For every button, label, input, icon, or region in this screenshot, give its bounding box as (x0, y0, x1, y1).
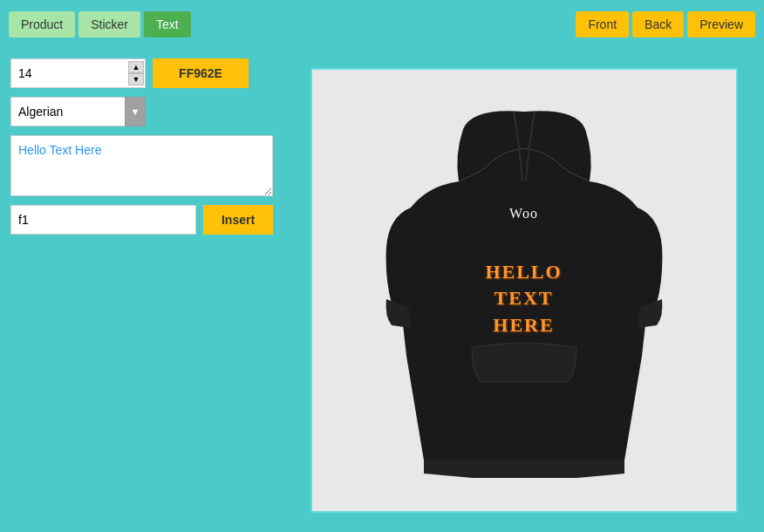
spinner-down-button[interactable]: ▼ (128, 73, 144, 85)
spinner-buttons: ▲ ▼ (128, 61, 144, 85)
top-nav: Product Sticker Text Front Back Preview (0, 0, 764, 48)
font-family-wrapper: Algerian Arial Times New Roman Georgia C… (10, 97, 146, 126)
tab-product[interactable]: Product (9, 11, 75, 38)
text-content-input[interactable] (10, 135, 273, 196)
spinner-up-button[interactable]: ▲ (128, 61, 144, 73)
font-size-wrapper: ▲ ▼ (10, 58, 146, 88)
woo-label: Woo (509, 206, 538, 222)
insert-text-input[interactable] (10, 205, 196, 235)
insert-row: Insert (10, 205, 273, 235)
hoodie-container: Woo HELLO TEXT HERE (312, 70, 736, 511)
product-canvas[interactable]: Woo HELLO TEXT HERE (310, 68, 738, 513)
font-family-select[interactable]: Algerian Arial Times New Roman Georgia C… (10, 97, 146, 126)
font-family-row: Algerian Arial Times New Roman Georgia C… (10, 97, 273, 126)
right-tabs-group: Front Back Preview (576, 11, 755, 38)
main-content: ▲ ▼ FF962E Algerian Arial Times New Roma… (0, 48, 764, 532)
left-panel: ▲ ▼ FF962E Algerian Arial Times New Roma… (0, 48, 283, 532)
tab-back[interactable]: Back (632, 11, 684, 38)
tab-sticker[interactable]: Sticker (78, 11, 140, 38)
right-panel: Woo HELLO TEXT HERE (283, 48, 764, 532)
tab-text[interactable]: Text (144, 11, 191, 38)
insert-button[interactable]: Insert (203, 205, 273, 235)
font-size-input[interactable] (10, 58, 146, 88)
hoodie-svg (385, 103, 664, 478)
font-size-color-row: ▲ ▼ FF962E (10, 58, 273, 88)
color-picker-button[interactable]: FF962E (153, 58, 249, 88)
tab-preview[interactable]: Preview (687, 11, 755, 38)
tab-front[interactable]: Front (576, 11, 629, 38)
